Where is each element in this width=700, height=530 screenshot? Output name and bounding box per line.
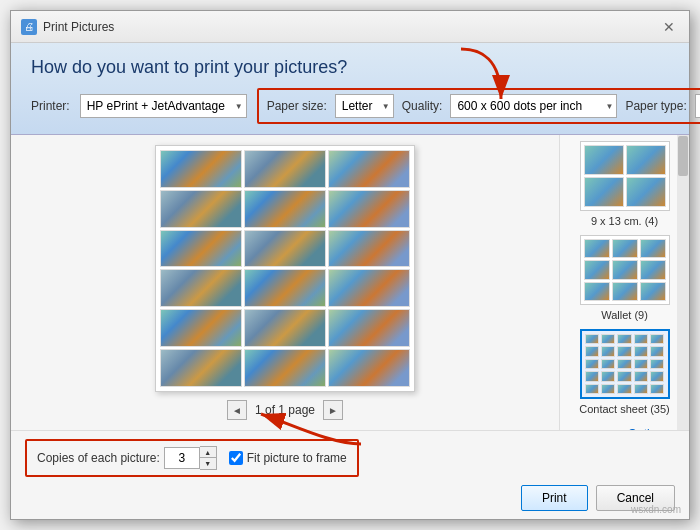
sidebar-scrollbar[interactable] — [677, 135, 689, 430]
thumb-18 — [328, 349, 410, 387]
paper-type-select-wrapper[interactable]: Auto Plain Paper Photo Paper — [695, 94, 700, 118]
thumb-3 — [328, 150, 410, 188]
page-navigation: ◄ 1 of 1 page ► — [227, 400, 343, 420]
copies-up-button[interactable]: ▲ — [200, 447, 216, 458]
copies-spinner: ▲ ▼ — [200, 446, 217, 470]
paper-type-label: Paper type: — [625, 99, 686, 113]
copies-control: Copies of each picture: ▲ ▼ — [37, 446, 217, 470]
next-page-button[interactable]: ► — [323, 400, 343, 420]
title-bar: 🖨 Print Pictures ✕ — [11, 11, 689, 43]
layout-sidebar: 9 x 13 cm. (4) Wallet (9) — [559, 135, 689, 430]
header-title: How do you want to print your pictures? — [31, 57, 669, 78]
layout-option-contact[interactable]: Contact sheet (35) — [566, 329, 683, 415]
layout-thumb-contact — [580, 329, 670, 399]
thumb-12 — [328, 269, 410, 307]
thumb-10 — [160, 269, 242, 307]
thumb-8 — [244, 230, 326, 268]
copies-input[interactable] — [164, 447, 200, 469]
paper-type-select[interactable]: Auto Plain Paper Photo Paper — [695, 94, 700, 118]
page-text: 1 of 1 page — [255, 403, 315, 417]
dialog-title: Print Pictures — [43, 20, 659, 34]
header-section: How do you want to print your pictures? … — [11, 43, 689, 135]
thumb-2 — [244, 150, 326, 188]
layout-thumb-9x13 — [580, 141, 670, 211]
watermark: wsxdn.com — [631, 504, 681, 515]
print-button[interactable]: Print — [521, 485, 588, 511]
printer-row: Printer: HP ePrint + JetAdvantage Micros… — [31, 88, 669, 124]
quality-select[interactable]: 600 x 600 dots per inch 300 x 300 dots p… — [450, 94, 617, 118]
thumb-14 — [244, 309, 326, 347]
paper-size-label: Paper size: — [267, 99, 327, 113]
printer-label: Printer: — [31, 99, 70, 113]
print-pictures-dialog: 🖨 Print Pictures ✕ How do you want to pr… — [10, 10, 690, 520]
close-button[interactable]: ✕ — [659, 17, 679, 37]
thumb-16 — [160, 349, 242, 387]
fit-picture-checkbox[interactable] — [229, 451, 243, 465]
layout-option-9x13[interactable]: 9 x 13 cm. (4) — [566, 141, 683, 227]
fit-picture-wrapper: Fit picture to frame — [229, 451, 347, 465]
thumb-7 — [160, 230, 242, 268]
thumb-5 — [244, 190, 326, 228]
layout-label-contact: Contact sheet (35) — [579, 403, 670, 415]
paper-settings-box: Paper size: Letter A4 4x6 5x7 Quality: 6… — [257, 88, 700, 124]
thumb-11 — [244, 269, 326, 307]
scrollbar-thumb[interactable] — [678, 136, 688, 176]
layout-option-wallet[interactable]: Wallet (9) — [566, 235, 683, 321]
preview-area: ◄ 1 of 1 page ► — [11, 135, 559, 430]
printer-select[interactable]: HP ePrint + JetAdvantage Microsoft Print… — [80, 94, 247, 118]
thumb-17 — [244, 349, 326, 387]
bottom-area: Copies of each picture: ▲ ▼ Fit picture … — [11, 430, 689, 519]
thumb-9 — [328, 230, 410, 268]
copies-fit-box: Copies of each picture: ▲ ▼ Fit picture … — [25, 439, 359, 477]
thumb-13 — [160, 309, 242, 347]
options-link[interactable]: Options... — [566, 423, 683, 430]
printer-select-wrapper[interactable]: HP ePrint + JetAdvantage Microsoft Print… — [80, 94, 247, 118]
paper-size-select-wrapper[interactable]: Letter A4 4x6 5x7 — [335, 94, 394, 118]
print-preview — [155, 145, 415, 392]
dialog-icon: 🖨 — [21, 19, 37, 35]
thumb-1 — [160, 150, 242, 188]
content-area: ◄ 1 of 1 page ► 9 x 13 cm. (4) — [11, 135, 689, 430]
button-row: Print Cancel — [25, 485, 675, 511]
copies-input-wrapper: ▲ ▼ — [164, 446, 217, 470]
copies-row: Copies of each picture: ▲ ▼ Fit picture … — [25, 439, 675, 477]
thumb-4 — [160, 190, 242, 228]
copies-label: Copies of each picture: — [37, 451, 160, 465]
quality-label: Quality: — [402, 99, 443, 113]
paper-size-select[interactable]: Letter A4 4x6 5x7 — [335, 94, 394, 118]
quality-select-wrapper[interactable]: 600 x 600 dots per inch 300 x 300 dots p… — [450, 94, 617, 118]
layout-label-9x13: 9 x 13 cm. (4) — [591, 215, 658, 227]
thumb-15 — [328, 309, 410, 347]
prev-page-button[interactable]: ◄ — [227, 400, 247, 420]
layout-label-wallet: Wallet (9) — [601, 309, 648, 321]
fit-picture-label: Fit picture to frame — [247, 451, 347, 465]
copies-down-button[interactable]: ▼ — [200, 458, 216, 469]
layout-thumb-wallet — [580, 235, 670, 305]
thumb-6 — [328, 190, 410, 228]
